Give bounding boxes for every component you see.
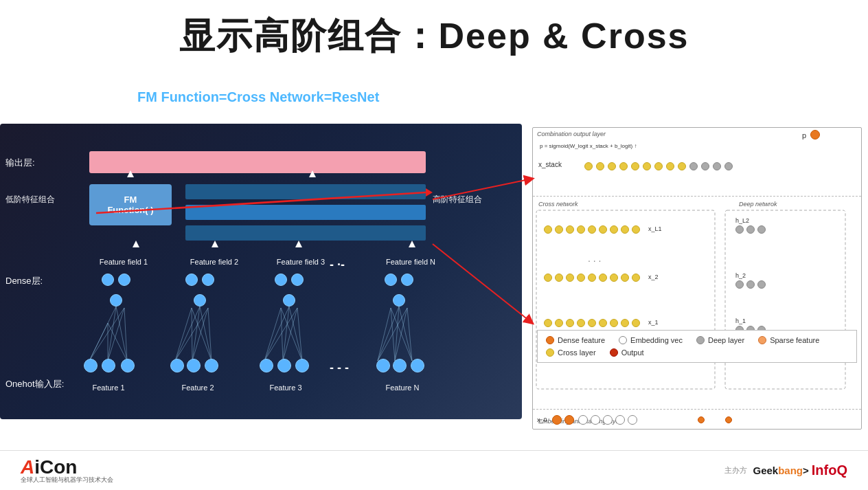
svg-line-18 <box>192 307 200 361</box>
svg-line-19 <box>200 307 212 361</box>
svg-line-9 <box>108 307 116 361</box>
x0-embed-node <box>615 415 625 425</box>
x2-node <box>632 274 640 282</box>
dcn-bottom-section: Embedding and stacking layer x_0 <box>533 410 861 429</box>
xstack-node <box>596 162 604 170</box>
output-bar <box>89 151 426 173</box>
x2-node <box>610 274 618 282</box>
xl1-node <box>566 225 574 234</box>
page-title: 显示高阶组合：Deep & Cross <box>0 0 868 60</box>
xstack-node <box>643 162 651 170</box>
input-node <box>187 359 201 372</box>
combo-bar-3 <box>185 225 426 241</box>
xstack-node <box>619 162 628 170</box>
svg-line-11 <box>175 308 192 361</box>
x1-label: x_1 <box>648 319 659 326</box>
input-node <box>205 359 218 372</box>
xstack-node <box>608 162 616 170</box>
feature-label-3: Feature 3 <box>258 383 313 392</box>
dots-cross: · · · <box>588 255 601 266</box>
svg-line-28 <box>289 307 302 361</box>
fm-annotation: FM Function=Cross Network=ResNet <box>137 89 379 105</box>
svg-line-20 <box>264 308 281 361</box>
embed-dot <box>725 416 732 423</box>
dense-node <box>194 294 206 307</box>
input-node <box>277 359 291 372</box>
x1-node <box>577 319 585 327</box>
label-low-feature: 低阶特征组合 <box>5 194 55 205</box>
hl2-node <box>735 225 744 234</box>
input-node <box>170 359 184 372</box>
xstack-node <box>654 162 663 170</box>
svg-line-5 <box>89 308 124 361</box>
dcn-top-section: Combination output layer p p = sigmoid(W… <box>533 128 861 197</box>
svg-line-14 <box>175 308 208 361</box>
x1-node <box>555 319 563 327</box>
x0-embed-node <box>603 415 613 425</box>
x0-label: x_0 <box>537 416 547 423</box>
svg-line-16 <box>208 308 212 361</box>
x0-embed-node <box>628 415 637 425</box>
embed-dot <box>698 416 705 423</box>
svg-line-37 <box>399 307 412 361</box>
dense-node <box>291 274 304 286</box>
label-dense: Dense层: <box>5 275 43 287</box>
xstack-node <box>631 162 639 170</box>
p-label: p <box>802 131 806 140</box>
h2-node <box>757 280 766 289</box>
xstack-node <box>724 162 733 170</box>
svg-line-30 <box>391 308 395 361</box>
dcn-middle-section: Cross network Deep netwrok x_L1 h_L2 <box>533 197 861 410</box>
hl2-node <box>757 225 766 234</box>
x1-node <box>599 319 607 327</box>
svg-line-34 <box>407 308 412 361</box>
x1-node <box>566 319 574 327</box>
x2-node <box>555 274 563 282</box>
x2-label: x_2 <box>648 274 659 280</box>
svg-line-10 <box>116 307 127 361</box>
svg-line-27 <box>283 307 289 361</box>
combo-bar-2 <box>185 205 426 220</box>
cross-network-label: Cross network <box>538 201 578 208</box>
dense-node <box>275 274 287 286</box>
label-high-feature: 高阶特征组合 <box>433 194 482 205</box>
x1-node <box>588 319 596 327</box>
hl2-node <box>746 225 755 234</box>
x1-node <box>544 319 552 327</box>
xl1-node <box>621 225 629 234</box>
h2-node <box>735 280 744 289</box>
ff-label-1: Feature field 1 <box>89 258 158 266</box>
svg-line-7 <box>124 308 127 361</box>
xstack-node <box>584 162 593 170</box>
xl1-node <box>610 225 618 234</box>
x0-embed-node <box>591 415 600 425</box>
dense-node <box>110 294 122 307</box>
sponsor-label: 主办方 <box>724 465 747 476</box>
xl1-node <box>632 225 640 234</box>
svg-line-23 <box>264 308 297 361</box>
ff-label-n: Feature field N <box>376 258 445 266</box>
dense-node <box>401 274 413 286</box>
legend-item-embedding: Embedding vec <box>619 336 683 344</box>
label-onehot: Onehot输入层: <box>5 378 64 390</box>
h2-node <box>746 280 755 289</box>
legend-box: Dense feature Embedding vec Deep layer S… <box>537 330 857 363</box>
input-node <box>393 359 407 372</box>
x2-node <box>599 274 607 282</box>
svg-line-21 <box>281 308 283 361</box>
legend-item-output: Output <box>610 348 644 357</box>
geekbang-logo: Geekbang> <box>753 465 808 476</box>
legend-item-cross: Cross layer <box>546 348 596 357</box>
legend-item-dense: Dense feature <box>546 336 605 344</box>
left-diagram: 输出层: FM Function( ) 低阶特征组合 高阶特征组合 Featur… <box>0 124 522 419</box>
dense-node <box>393 294 405 307</box>
xl1-node <box>599 225 607 234</box>
legend-item-deep: Deep layer <box>696 336 744 344</box>
dense-node <box>185 274 198 286</box>
svg-line-22 <box>281 308 302 361</box>
x2-node <box>577 274 585 282</box>
xl1-node <box>577 225 585 234</box>
input-node <box>260 359 273 372</box>
svg-line-31 <box>391 308 412 361</box>
footer: A iCon 全球人工智能与机器学习技术大会 主办方 Geekbang> Inf… <box>0 450 868 490</box>
